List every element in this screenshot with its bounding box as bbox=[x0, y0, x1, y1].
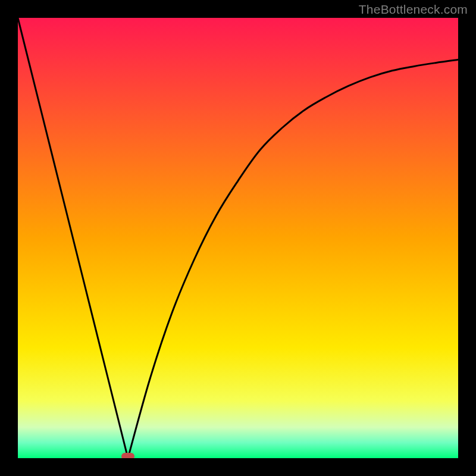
optimum-marker bbox=[121, 453, 134, 458]
watermark-label: TheBottleneck.com bbox=[359, 2, 468, 17]
bottleneck-curve bbox=[18, 18, 458, 458]
plot-area bbox=[18, 18, 458, 458]
chart-frame: TheBottleneck.com bbox=[0, 0, 476, 476]
